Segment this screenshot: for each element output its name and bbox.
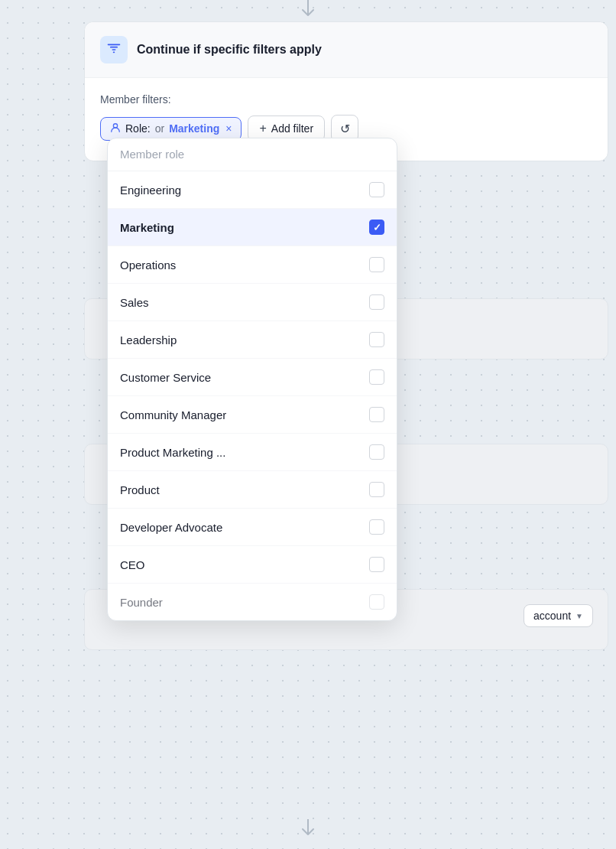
dropdown-item-ceo[interactable]: CEO — [108, 546, 397, 584]
add-filter-label: Add filter — [271, 122, 313, 135]
person-icon — [110, 122, 121, 135]
dropdown-item-operations[interactable]: Operations — [108, 246, 397, 284]
item-label-ceo: CEO — [120, 558, 145, 571]
item-label-customer-service: Customer Service — [120, 371, 211, 384]
checkbox-sales[interactable] — [369, 294, 384, 310]
checkbox-engineering[interactable] — [369, 182, 384, 197]
plus-icon: + — [259, 122, 266, 135]
svg-point-0 — [113, 123, 117, 127]
filter-chip[interactable]: Role: or Marketing × — [100, 117, 242, 141]
role-dropdown: Engineering Marketing Operations Sales L… — [107, 138, 397, 621]
arrow-top — [300, 0, 316, 22]
account-chip[interactable]: account ▼ — [524, 604, 593, 627]
filter-or-text: or — [155, 122, 164, 135]
checkbox-leadership[interactable] — [369, 332, 384, 347]
dropdown-search-container — [108, 138, 397, 171]
card-header-icon — [100, 36, 128, 63]
dropdown-item-developer-advocate[interactable]: Developer Advocate — [108, 509, 397, 546]
checkbox-product[interactable] — [369, 482, 384, 497]
checkbox-marketing[interactable] — [369, 220, 384, 235]
item-label-marketing: Marketing — [120, 221, 174, 234]
checkbox-customer-service[interactable] — [369, 369, 384, 385]
item-label-product-marketing: Product Marketing ... — [120, 446, 225, 459]
item-label-sales: Sales — [120, 296, 149, 309]
item-label-developer-advocate: Developer Advocate — [120, 521, 222, 534]
filter-value: Marketing — [169, 122, 219, 135]
dropdown-item-community-manager[interactable]: Community Manager — [108, 396, 397, 434]
checkbox-developer-advocate[interactable] — [369, 519, 384, 535]
dropdown-item-sales[interactable]: Sales — [108, 284, 397, 321]
checkbox-founder[interactable] — [369, 594, 384, 610]
dropdown-item-product-marketing[interactable]: Product Marketing ... — [108, 434, 397, 471]
page-wrapper: account ▼ Continue if specific filters a… — [0, 0, 616, 849]
account-chip-label: account — [533, 610, 571, 622]
chevron-down-icon: ▼ — [575, 612, 583, 620]
dropdown-item-customer-service[interactable]: Customer Service — [108, 359, 397, 396]
dropdown-list: Engineering Marketing Operations Sales L… — [108, 171, 397, 620]
arrow-bottom — [300, 819, 316, 841]
dropdown-item-product[interactable]: Product — [108, 471, 397, 509]
dropdown-item-leadership[interactable]: Leadership — [108, 321, 397, 359]
item-label-engineering: Engineering — [120, 184, 181, 197]
filter-close-icon[interactable]: × — [225, 122, 232, 135]
funnel-icon — [106, 42, 122, 57]
filters-label: Member filters: — [100, 93, 592, 106]
checkbox-operations[interactable] — [369, 257, 384, 272]
dropdown-item-marketing[interactable]: Marketing — [108, 209, 397, 246]
card-header-title: Continue if specific filters apply — [137, 43, 322, 57]
checkbox-product-marketing[interactable] — [369, 444, 384, 460]
dropdown-item-founder[interactable]: Founder — [108, 584, 397, 620]
item-label-leadership: Leadership — [120, 333, 177, 346]
item-label-product: Product — [120, 483, 160, 496]
item-label-founder: Founder — [120, 596, 163, 609]
checkbox-community-manager[interactable] — [369, 407, 384, 422]
search-input[interactable] — [120, 148, 384, 161]
checkbox-ceo[interactable] — [369, 557, 384, 572]
dropdown-item-engineering[interactable]: Engineering — [108, 171, 397, 209]
reset-icon: ↺ — [340, 122, 350, 136]
item-label-community-manager: Community Manager — [120, 408, 226, 421]
card-header: Continue if specific filters apply — [85, 22, 608, 78]
filter-role-label: Role: — [125, 122, 151, 135]
item-label-operations: Operations — [120, 259, 176, 272]
